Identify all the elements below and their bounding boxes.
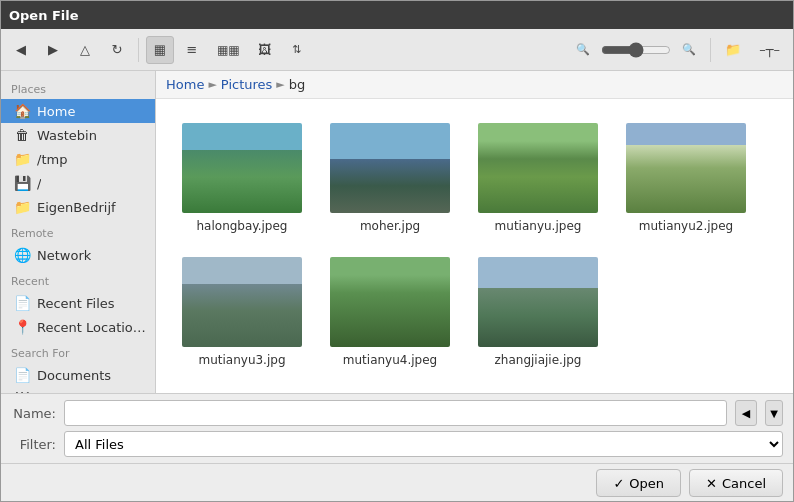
file-name-zhangjiajie: zhangjiajie.jpg xyxy=(495,353,582,367)
file-item-mutianyu3[interactable]: mutianyu3.jpg xyxy=(172,249,312,375)
filter-row: Filter: All Files xyxy=(11,431,783,457)
places-section-label: Places xyxy=(1,75,155,99)
open-button-label: Open xyxy=(629,476,664,491)
bottom-bar: Name: ◀ ▼ Filter: All Files xyxy=(1,393,793,463)
sidebar-item-eigenbedrijf-label: EigenBedrijf xyxy=(37,200,116,215)
cancel-button[interactable]: ✕ Cancel xyxy=(689,469,783,497)
open-file-dialog: Open File ◀ ▶ △ ↻ ▦ ≡ ▦▦ 🖼 ⇅ xyxy=(0,0,794,502)
settings-icon: –┬– xyxy=(759,42,780,57)
new-folder-button[interactable]: 📁 xyxy=(718,36,748,64)
breadcrumb-sep-1: ► xyxy=(208,78,216,91)
file-thumb-zhangjiajie xyxy=(478,257,598,347)
wastebin-icon: 🗑 xyxy=(13,127,31,143)
file-item-mutianyu4[interactable]: mutianyu4.jpeg xyxy=(320,249,460,375)
filter-label: Filter: xyxy=(11,437,56,452)
breadcrumb-current: bg xyxy=(289,77,306,92)
sidebar-item-documents[interactable]: 📄 Documents xyxy=(1,363,155,387)
back-button[interactable]: ◀ xyxy=(7,36,35,64)
root-icon: 💾 xyxy=(13,175,31,191)
filter-select[interactable]: All Files xyxy=(64,431,783,457)
sidebar-item-tmp-label: /tmp xyxy=(37,152,67,167)
icon-view-icon: ▦ xyxy=(154,42,166,57)
breadcrumb-pictures[interactable]: Pictures xyxy=(221,77,272,92)
sidebar-item-recent-files-label: Recent Files xyxy=(37,296,115,311)
forward-button[interactable]: ▶ xyxy=(39,36,67,64)
preview-button[interactable]: 🖼 xyxy=(251,36,279,64)
toolbar: ◀ ▶ △ ↻ ▦ ≡ ▦▦ 🖼 ⇅ 🔍 xyxy=(1,29,793,71)
file-item-mutianyu2[interactable]: mutianyu2.jpeg xyxy=(616,115,756,241)
sidebar-item-root-label: / xyxy=(37,176,41,191)
sidebar-item-home-label: Home xyxy=(37,104,75,119)
titlebar: Open File xyxy=(1,1,793,29)
zoom-in-button[interactable]: 🔍 xyxy=(675,36,703,64)
sort-button[interactable]: ⇅ xyxy=(283,36,311,64)
zoom-out-icon: 🔍 xyxy=(576,43,590,56)
sidebar-item-wastebin-label: Wastebin xyxy=(37,128,97,143)
file-thumb-mutianyu2 xyxy=(626,123,746,213)
separator-1 xyxy=(138,38,139,62)
file-name-mutianyu: mutianyu.jpeg xyxy=(495,219,582,233)
recent-files-icon: 📄 xyxy=(13,295,31,311)
open-checkmark-icon: ✓ xyxy=(613,476,624,491)
zoom-slider[interactable] xyxy=(601,42,671,58)
zoom-in-icon: 🔍 xyxy=(682,43,696,56)
back-icon: ◀ xyxy=(16,42,26,57)
breadcrumb-home[interactable]: Home xyxy=(166,77,204,92)
sidebar-item-network-label: Network xyxy=(37,248,91,263)
action-bar: ✓ Open ✕ Cancel xyxy=(1,463,793,501)
sidebar-item-root[interactable]: 💾 / xyxy=(1,171,155,195)
list-view-button[interactable]: ≡ xyxy=(178,36,206,64)
breadcrumb: Home ► Pictures ► bg xyxy=(156,71,793,99)
sidebar-item-wastebin[interactable]: 🗑 Wastebin xyxy=(1,123,155,147)
breadcrumb-sep-2: ► xyxy=(276,78,284,91)
sidebar-item-eigenbedrijf[interactable]: 📁 EigenBedrijf xyxy=(1,195,155,219)
refresh-button[interactable]: ↻ xyxy=(103,36,131,64)
clear-filename-button[interactable]: ◀ xyxy=(735,400,757,426)
refresh-icon: ↻ xyxy=(112,42,123,57)
remote-section-label: Remote xyxy=(1,219,155,243)
file-item-halong[interactable]: halongbay.jpeg xyxy=(172,115,312,241)
eigenbedrijf-icon: 📁 xyxy=(13,199,31,215)
name-row: Name: ◀ ▼ xyxy=(11,400,783,426)
network-icon: 🌐 xyxy=(13,247,31,263)
sidebar-item-network[interactable]: 🌐 Network xyxy=(1,243,155,267)
recent-locations-icon: 📍 xyxy=(13,319,31,335)
file-thumb-halong xyxy=(182,123,302,213)
filename-input[interactable] xyxy=(64,400,727,426)
up-button[interactable]: △ xyxy=(71,36,99,64)
recent-section-label: Recent xyxy=(1,267,155,291)
file-item-zhangjiajie[interactable]: zhangjiajie.jpg xyxy=(468,249,608,375)
file-name-mutianyu4: mutianyu4.jpeg xyxy=(343,353,437,367)
separator-2 xyxy=(710,38,711,62)
toolbar-right: 🔍 🔍 📁 –┬– xyxy=(569,36,787,64)
file-thumb-mutianyu3 xyxy=(182,257,302,347)
sidebar-item-home[interactable]: 🏠 Home xyxy=(1,99,155,123)
zoom-out-button[interactable]: 🔍 xyxy=(569,36,597,64)
file-item-mutianyu[interactable]: mutianyu.jpeg xyxy=(468,115,608,241)
content-area: Home ► Pictures ► bg halongbay.jpeg mohe… xyxy=(156,71,793,393)
filename-dropdown-button[interactable]: ▼ xyxy=(765,400,783,426)
settings-button[interactable]: –┬– xyxy=(752,36,787,64)
sidebar-item-recent-files[interactable]: 📄 Recent Files xyxy=(1,291,155,315)
sidebar-item-recent-locations[interactable]: 📍 Recent Locations xyxy=(1,315,155,339)
file-name-moher: moher.jpg xyxy=(360,219,420,233)
tmp-icon: 📁 xyxy=(13,151,31,167)
column-view-button[interactable]: ▦▦ xyxy=(210,36,247,64)
file-grid: halongbay.jpeg moher.jpg mutianyu.jpeg m… xyxy=(156,99,793,393)
forward-icon: ▶ xyxy=(48,42,58,57)
open-button[interactable]: ✓ Open xyxy=(596,469,681,497)
file-item-moher[interactable]: moher.jpg xyxy=(320,115,460,241)
icon-view-button[interactable]: ▦ xyxy=(146,36,174,64)
main-area: Places 🏠 Home 🗑 Wastebin 📁 /tmp 💾 / 📁 Ei… xyxy=(1,71,793,393)
cancel-x-icon: ✕ xyxy=(706,476,717,491)
cancel-button-label: Cancel xyxy=(722,476,766,491)
file-name-halong: halongbay.jpeg xyxy=(197,219,288,233)
list-view-icon: ≡ xyxy=(187,42,198,57)
file-name-mutianyu3: mutianyu3.jpg xyxy=(198,353,285,367)
sidebar-item-recent-locations-label: Recent Locations xyxy=(37,320,147,335)
column-view-icon: ▦▦ xyxy=(217,43,240,57)
preview-icon: 🖼 xyxy=(258,42,271,57)
sidebar-item-tmp[interactable]: 📁 /tmp xyxy=(1,147,155,171)
sidebar: Places 🏠 Home 🗑 Wastebin 📁 /tmp 💾 / 📁 Ei… xyxy=(1,71,156,393)
search-section-label: Search For xyxy=(1,339,155,363)
